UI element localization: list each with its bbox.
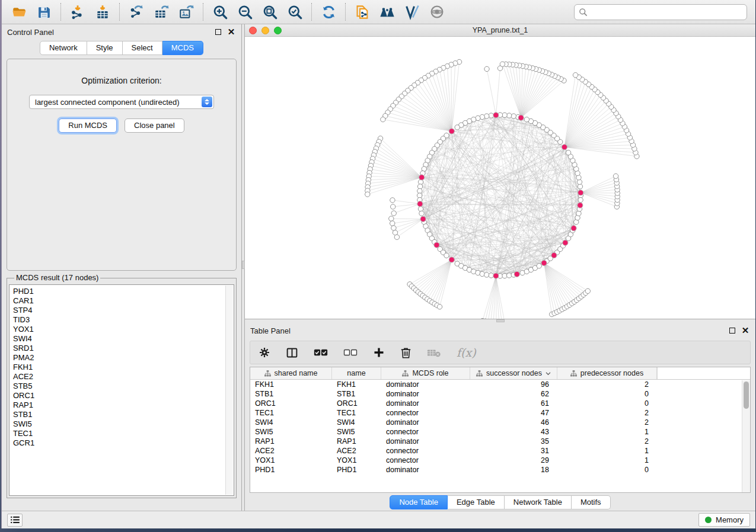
table-row[interactable]: SWI4SWI4dominator462 (250, 418, 750, 427)
result-node-item[interactable]: FKH1 (13, 363, 230, 372)
mcds-node[interactable] (578, 190, 583, 196)
search-input[interactable] (574, 4, 747, 20)
create-column-button[interactable] (373, 347, 385, 358)
network-leaf-node[interactable] (390, 221, 395, 226)
tab-mcds[interactable]: MCDS (162, 41, 203, 55)
network-node[interactable] (480, 271, 484, 276)
network-node[interactable] (484, 273, 489, 277)
tab-select[interactable]: Select (123, 41, 162, 55)
network-node[interactable] (524, 117, 529, 122)
save-button[interactable] (31, 2, 56, 22)
result-node-item[interactable]: SRD1 (13, 344, 230, 353)
export-table-button[interactable] (149, 2, 174, 22)
mcds-node[interactable] (514, 271, 519, 277)
mcds-node[interactable] (551, 252, 557, 258)
zoom-out-button[interactable] (232, 2, 257, 22)
table-tab-network-table[interactable]: Network Table (505, 495, 572, 509)
result-node-item[interactable]: PMA2 (13, 353, 230, 363)
result-node-item[interactable]: ORC1 (13, 391, 230, 400)
close-panel-button[interactable]: ✕ (741, 326, 750, 335)
network-node[interactable] (489, 273, 493, 278)
network-node[interactable] (455, 125, 460, 130)
mcds-node[interactable] (420, 216, 426, 222)
delete-column-button[interactable] (400, 347, 412, 359)
network-node[interactable] (502, 273, 507, 278)
network-node[interactable] (577, 180, 582, 184)
column-header-shared-name[interactable]: shared name (250, 367, 332, 379)
table-row[interactable]: RAP1RAP1dominator352 (250, 437, 750, 446)
zoom-fit-button[interactable] (257, 2, 282, 22)
result-node-item[interactable]: GCR1 (13, 438, 230, 448)
network-leaf-node[interactable] (394, 235, 399, 239)
mcds-node[interactable] (419, 175, 425, 180)
network-leaf-node[interactable] (390, 198, 395, 203)
search-network-button[interactable] (375, 2, 400, 22)
column-header-successor-nodes[interactable]: successor nodes (470, 367, 557, 379)
mcds-node[interactable] (541, 260, 547, 265)
float-panel-button[interactable] (728, 326, 737, 335)
select-all-columns-button[interactable] (314, 348, 328, 357)
result-node-item[interactable]: TID3 (13, 315, 230, 325)
network-leaf-node[interactable] (389, 216, 394, 221)
table-row[interactable]: YOX1YOX1connector291 (250, 456, 750, 465)
task-history-button[interactable] (7, 514, 23, 527)
mcds-node[interactable] (518, 115, 524, 120)
network-leaf-node[interactable] (585, 289, 590, 293)
network-leaf-node[interactable] (391, 204, 395, 209)
network-node[interactable] (418, 207, 423, 211)
result-node-item[interactable]: SWI5 (13, 419, 230, 429)
export-network-button[interactable] (124, 2, 149, 22)
network-canvas[interactable] (245, 37, 755, 319)
result-list-scrollbar[interactable] (225, 286, 233, 495)
result-node-item[interactable]: STB1 (13, 410, 230, 419)
result-node-item[interactable]: ACE2 (13, 372, 230, 382)
network-node[interactable] (489, 113, 493, 118)
mcds-result-list[interactable]: PHD1CAR1STP4TID3YOX1SWI4SRD1PMA2FKH1ACE2… (9, 284, 234, 496)
run-mcds-button[interactable]: Run MCDS (59, 118, 117, 133)
network-leaf-node[interactable] (613, 174, 618, 178)
column-mode-button[interactable] (286, 347, 298, 359)
scrollbar-thumb[interactable] (744, 382, 749, 409)
result-node-item[interactable]: STP4 (13, 306, 230, 315)
close-mcds-panel-button[interactable]: Close panel (125, 118, 184, 133)
vizmapper-button[interactable] (400, 2, 425, 22)
network-node[interactable] (484, 114, 489, 118)
zoom-selected-button[interactable] (282, 2, 307, 22)
table-row[interactable]: SWI5SWI5connector431 (250, 427, 750, 437)
network-leaf-node[interactable] (500, 62, 505, 66)
result-node-item[interactable]: CAR1 (13, 296, 230, 306)
close-panel-button[interactable]: ✕ (227, 27, 236, 37)
result-node-item[interactable]: RAP1 (13, 400, 230, 410)
network-node[interactable] (419, 211, 424, 216)
network-node[interactable] (537, 264, 541, 268)
horizontal-splitter[interactable] (245, 319, 755, 323)
result-node-item[interactable]: TEC1 (13, 429, 230, 438)
criterion-dropdown[interactable]: largest connected component (undirected) (29, 95, 214, 109)
table-row[interactable]: PHD1PHD1dominator180 (250, 465, 750, 475)
network-node[interactable] (578, 197, 583, 202)
network-node[interactable] (511, 114, 516, 118)
table-tab-edge-table[interactable]: Edge Table (448, 495, 505, 509)
table-row[interactable]: STB1STB1dominator620 (250, 389, 750, 399)
column-header-MCDS-role[interactable]: MCDS role (381, 367, 470, 379)
zoom-in-button[interactable] (208, 2, 232, 22)
mcds-node[interactable] (417, 201, 423, 207)
import-table-button[interactable] (90, 2, 115, 22)
network-leaf-node[interactable] (365, 192, 370, 197)
result-node-item[interactable]: SWI4 (13, 334, 230, 344)
open-button[interactable] (7, 2, 31, 22)
mcds-node[interactable] (493, 113, 499, 118)
tab-style[interactable]: Style (87, 41, 123, 55)
network-node[interactable] (578, 184, 582, 189)
network-node[interactable] (506, 113, 511, 118)
mcds-node[interactable] (434, 242, 439, 248)
mcds-node[interactable] (493, 273, 499, 278)
network-node[interactable] (417, 184, 422, 189)
table-settings-button[interactable] (259, 347, 270, 358)
result-node-item[interactable]: YOX1 (13, 325, 230, 334)
network-leaf-node[interactable] (484, 66, 489, 71)
network-leaf-node[interactable] (573, 73, 578, 78)
table-tab-node-table[interactable]: Node Table (390, 495, 448, 509)
network-leaf-node[interactable] (391, 226, 396, 230)
mcds-node[interactable] (449, 257, 454, 262)
